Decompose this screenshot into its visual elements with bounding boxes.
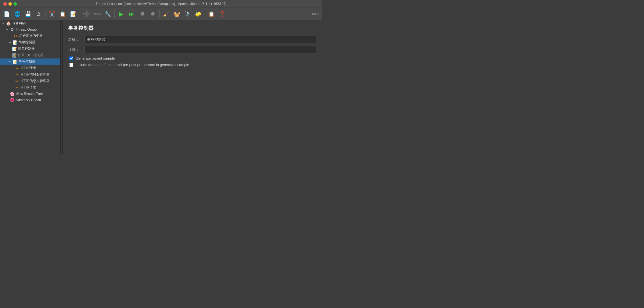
stop-button[interactable]: ⏹ (137, 9, 147, 19)
minimize-button[interactable] (8, 2, 12, 6)
reset-button[interactable]: 🧽 (193, 9, 203, 19)
if-controller-icon: 📝 (12, 53, 17, 58)
save-as-button[interactable]: 🖨 (34, 9, 44, 19)
sidebar-label-simple-controller-1: 简单控制器 (19, 40, 35, 45)
add-button[interactable]: ➕ (81, 9, 92, 19)
paste-button[interactable]: 📝 (68, 9, 78, 19)
open-button[interactable]: 🌐 (12, 9, 22, 19)
view-results-tree-icon: 🌸 (10, 92, 15, 96)
help-button[interactable]: ❓ (217, 9, 227, 19)
sidebar-item-user-variables[interactable]: ✂ 用户定义的变量 (0, 33, 60, 39)
resize-divider[interactable]: ⋮ (60, 20, 63, 154)
comment-input[interactable] (85, 46, 316, 53)
sidebar-label-http-request-2: HTTP请求 (21, 85, 36, 90)
user-variables-icon: ✂ (13, 34, 18, 38)
simple-controller-2-icon: 📝 (12, 47, 17, 51)
toggle-button[interactable]: 🔧 (103, 9, 113, 19)
sidebar-label-thread-group: Thread Group (16, 28, 37, 31)
name-label: 名称： (68, 37, 82, 42)
include-duration-row: Include duration of timer and pre-post p… (68, 63, 316, 67)
include-duration-checkbox[interactable] (69, 63, 73, 67)
generate-parent-checkbox[interactable] (69, 56, 73, 60)
sidebar-label-view-results-tree: View Results Tree (16, 92, 43, 96)
sidebar-item-transaction-controller[interactable]: ▼ 📝 事务控制器 (0, 58, 60, 65)
sidebar-item-test-plan[interactable]: ▼ 🏠 Test Plan (0, 20, 60, 26)
sidebar-tree: ▼ 🏠 Test Plan ▼ ⚙ Thread Group ✂ 用户定义的变量… (0, 20, 60, 154)
sidebar-item-http-header-1[interactable]: ✂ HTTP信息头管理器 (0, 71, 60, 78)
http-header-2-icon: ✂ (15, 79, 20, 83)
include-duration-label: Include duration of timer and pre-post p… (76, 63, 189, 67)
copy-button[interactable]: 📋 (58, 9, 68, 19)
expand-icon-sc1: ▶ (8, 41, 11, 44)
sidebar-item-simple-controller-1[interactable]: ▶ 📝 简单控制器 (0, 39, 60, 46)
sidebar-label-transaction-controller: 事务控制器 (19, 59, 35, 64)
clear-button[interactable]: 🧹 (161, 9, 171, 19)
generate-parent-label: Generate parent sample (76, 56, 115, 60)
close-button[interactable] (3, 2, 7, 6)
search-button[interactable]: 🔭 (182, 9, 193, 19)
new-button[interactable]: 📄 (2, 9, 12, 19)
shutdown-button[interactable]: ⏺ (148, 9, 158, 19)
name-input[interactable] (85, 36, 316, 43)
http-request-2-icon: ✂ (15, 85, 20, 90)
name-row: 名称： (68, 36, 316, 43)
sidebar-item-http-header-2[interactable]: ✂ HTTP信息头管理器 (0, 78, 60, 84)
save-button[interactable]: 💾 (23, 9, 33, 19)
http-header-1-icon: ✂ (15, 73, 20, 77)
separator-3 (114, 10, 115, 18)
sidebar-item-if-controller[interactable]: 📝 如果（If）控制器 (0, 52, 60, 58)
sidebar-label-summary-report: Summary Report (16, 98, 41, 102)
summary-report-icon: 🌺 (10, 98, 15, 102)
expand-icon-thread: ▼ (6, 28, 8, 31)
maximize-button[interactable] (13, 2, 17, 6)
comment-label: 注释： (68, 47, 82, 52)
clear-all-button[interactable]: 🧺 (172, 9, 182, 19)
cut-button[interactable]: ✂️ (47, 9, 57, 19)
expand-icon: ▼ (2, 22, 4, 25)
main-area: ▼ 🏠 Test Plan ▼ ⚙ Thread Group ✂ 用户定义的变量… (0, 20, 322, 154)
sidebar-label-simple-controller-2: 简单控制器 (18, 46, 35, 51)
test-plan-icon: 🏠 (6, 21, 11, 26)
sidebar-label-user-variables: 用户定义的变量 (19, 33, 43, 38)
generate-parent-row: Generate parent sample (68, 56, 316, 60)
window-title: Thread Group.jmx (/Users/mickey/Thread G… (95, 2, 226, 6)
sidebar-label-if-controller: 如果（If）控制器 (18, 53, 44, 58)
separator-4 (159, 10, 160, 18)
sidebar-item-thread-group[interactable]: ▼ ⚙ Thread Group (0, 26, 60, 33)
panel-title: 事务控制器 (68, 25, 316, 31)
transaction-controller-icon: 📝 (12, 60, 17, 64)
sidebar-label-test-plan: Test Plan (12, 21, 26, 25)
sidebar-item-simple-controller-2[interactable]: 📝 简单控制器 (0, 46, 60, 52)
simple-controller-1-icon: 📝 (12, 40, 17, 45)
toolbar: 📄 🌐 💾 🖨 ✂️ 📋 📝 ➕ ➖ 🔧 ▶ ⏭ ⏹ ⏺ 🧹 🧺 🔭 🧽 📋 ❓… (0, 8, 322, 20)
sidebar-item-view-results-tree[interactable]: 🌸 View Results Tree (0, 91, 60, 97)
sidebar-item-http-request-2[interactable]: ✂ HTTP请求 (0, 84, 60, 91)
thread-group-icon: ⚙ (10, 27, 15, 32)
comment-row: 注释： (68, 46, 316, 53)
function-helper-button[interactable]: 📋 (206, 9, 216, 19)
sidebar-label-http-header-1: HTTP信息头管理器 (21, 72, 50, 77)
sidebar-item-summary-report[interactable]: 🌺 Summary Report (0, 97, 60, 103)
sidebar-label-http-request-1: HTTP请求 (21, 66, 36, 71)
separator-2 (80, 10, 80, 18)
content-panel: 事务控制器 名称： 注释： Generate parent sample Inc… (63, 20, 322, 154)
start-button[interactable]: ▶ (116, 9, 126, 19)
separator-1 (45, 10, 45, 18)
timer-display: 00:0 (312, 12, 320, 16)
remove-button[interactable]: ➖ (92, 9, 102, 19)
sidebar-item-http-request-1[interactable]: ✂ HTTP请求 (0, 65, 60, 71)
sidebar-label-http-header-2: HTTP信息头管理器 (21, 79, 50, 83)
expand-icon-tc: ▼ (8, 60, 11, 63)
start-no-pause-button[interactable]: ⏭ (127, 9, 137, 19)
http-request-1-icon: ✂ (15, 66, 20, 71)
titlebar: Thread Group.jmx (/Users/mickey/Thread G… (0, 0, 322, 8)
traffic-lights (3, 2, 17, 6)
separator-5 (205, 10, 205, 18)
